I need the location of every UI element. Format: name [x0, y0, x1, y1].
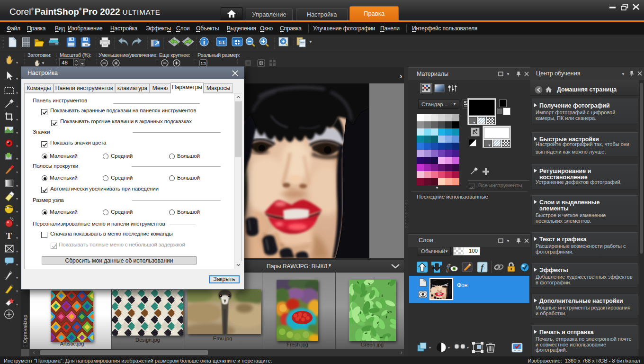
svg-text:1:1: 1:1	[218, 40, 224, 45]
svg-text:f: f	[447, 262, 450, 272]
svg-text:1:1: 1:1	[201, 61, 206, 65]
svg-text:T: T	[6, 231, 12, 241]
